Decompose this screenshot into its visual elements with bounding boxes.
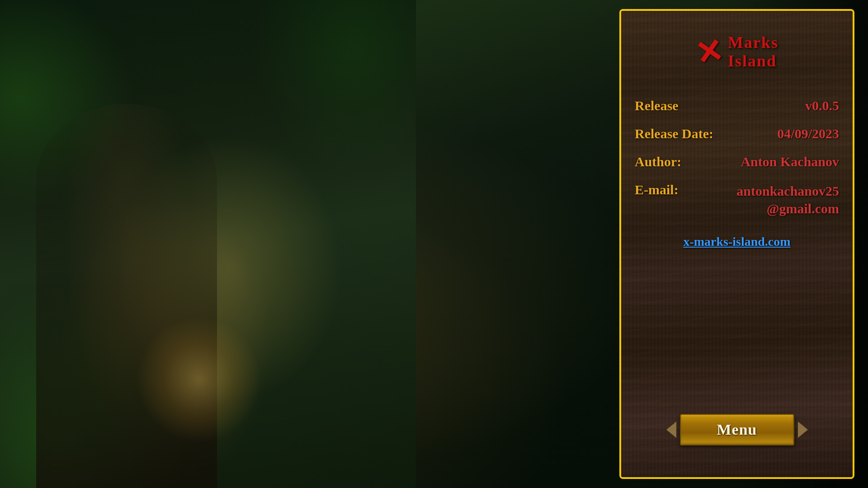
menu-arrow-left-icon xyxy=(666,422,676,438)
website-row: x-marks-island.com xyxy=(635,235,839,249)
author-label: Author: xyxy=(635,154,716,169)
menu-button-wrapper: Menu xyxy=(666,414,808,446)
logo-line2: Island xyxy=(728,52,778,70)
panel-content: ✕ Marks Island Release v0.0.5 Release Da… xyxy=(621,11,853,477)
menu-button[interactable]: Menu xyxy=(680,414,794,446)
info-panel: ✕ Marks Island Release v0.0.5 Release Da… xyxy=(619,9,854,479)
email-row: E-mail: antonkachanov25 @gmail.com xyxy=(635,182,839,217)
email-value: antonkachanov25 @gmail.com xyxy=(736,182,839,217)
menu-arrow-right-icon xyxy=(798,422,808,438)
glowing-orb xyxy=(136,316,262,443)
logo-line1: Marks xyxy=(728,33,778,52)
email-label: E-mail: xyxy=(635,182,716,197)
email-line1: antonkachanov25 xyxy=(736,183,839,198)
info-section: Release v0.0.5 Release Date: 04/09/2023 … xyxy=(635,89,839,414)
author-row: Author: Anton Kachanov xyxy=(635,154,839,169)
logo-title: Marks Island xyxy=(728,33,778,71)
website-link[interactable]: x-marks-island.com xyxy=(683,235,790,249)
release-date-label: Release Date: xyxy=(635,126,716,141)
release-date-value: 04/09/2023 xyxy=(777,126,839,141)
email-line2: @gmail.com xyxy=(767,201,839,216)
release-value: v0.0.5 xyxy=(805,98,839,113)
author-value: Anton Kachanov xyxy=(741,154,839,169)
release-row: Release v0.0.5 xyxy=(635,98,839,113)
logo-x-icon: ✕ xyxy=(693,34,725,70)
release-date-row: Release Date: 04/09/2023 xyxy=(635,126,839,141)
logo-area: ✕ Marks Island xyxy=(695,33,778,71)
release-label: Release xyxy=(635,98,716,113)
